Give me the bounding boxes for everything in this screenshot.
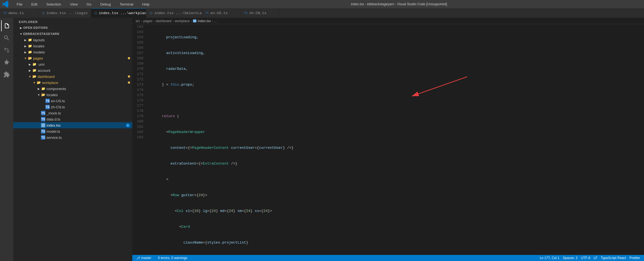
- status-position-label: Ln 177, Col 1: [540, 256, 559, 260]
- sidebar-item-layouts[interactable]: ▶ 📁 layouts: [13, 37, 132, 43]
- sidebar-item-model-ts[interactable]: TS model.ts: [13, 128, 132, 134]
- chevron-down-icon: ▼: [37, 93, 41, 97]
- status-formatter-label: Prettier: [629, 256, 640, 260]
- tab-index-login[interactable]: ⬡ index.tsx ...\login: [39, 8, 91, 18]
- folder-icon: 📁: [28, 50, 32, 54]
- svg-point-1: [7, 51, 9, 52]
- sidebar-section-root[interactable]: ▼ EBBBACKSTAGEYARN: [13, 31, 132, 37]
- folder-icon: 📁: [28, 44, 32, 48]
- tsx-icon: ⬡: [42, 11, 45, 15]
- file-label: _mock.ts: [46, 111, 130, 115]
- sidebar-item-service-ts[interactable]: TS service.ts: [13, 134, 132, 140]
- breadcrumb-dashboard[interactable]: dashboard: [156, 19, 172, 23]
- sidebar-item-locales-inner[interactable]: ▼ 📂 locales: [13, 92, 132, 98]
- status-formatter[interactable]: Prettier: [628, 255, 642, 261]
- breadcrumb-file[interactable]: index.tsx: [198, 19, 211, 23]
- chevron-down-icon: ▼: [28, 74, 32, 79]
- folder-label: workplace: [42, 81, 127, 85]
- menu-debug[interactable]: Debug: [98, 0, 113, 8]
- tab-index-workplace[interactable]: ⬡ index.tsx ...\workplace ×: [91, 8, 146, 18]
- status-branch[interactable]: ⎇ master: [135, 255, 153, 261]
- tab-label: index.tsx ...\login: [46, 11, 87, 15]
- breadcrumb-workplace[interactable]: workplace: [175, 19, 190, 23]
- tab-en-us[interactable]: TS en-US.ts: [202, 8, 240, 18]
- code-line-166: [149, 98, 644, 103]
- menu-terminal[interactable]: Terminal: [117, 0, 135, 8]
- sidebar-item-data-d-ts[interactable]: TS data.d.ts: [13, 116, 132, 122]
- folder-label: models: [33, 50, 130, 54]
- tab-index-selectlang[interactable]: ⬡ index.tsx ...\SelectLang: [146, 8, 202, 18]
- folder-icon: 📁: [28, 38, 32, 42]
- menu-go[interactable]: Go: [84, 0, 94, 8]
- activity-extensions[interactable]: [1, 69, 12, 80]
- code-line-170: extraContent={<ExtraContent />}: [149, 161, 644, 166]
- debug-icon: [3, 59, 10, 66]
- status-errors[interactable]: 0 errors, 0 warnings: [156, 255, 189, 261]
- status-branch-label: master: [141, 256, 151, 260]
- activity-explorer[interactable]: [1, 20, 12, 31]
- code-line-174: <Card: [149, 224, 644, 229]
- modified-indicator: [128, 57, 130, 59]
- vscode-layout: TS menu.ts ⬡ index.tsx ...\login ⬡ index…: [0, 8, 644, 261]
- no-chevron: [37, 129, 41, 134]
- breadcrumb-sep: ›: [141, 19, 142, 23]
- folder-label: locales: [46, 93, 130, 97]
- sidebar-item-mock[interactable]: TS _mock.ts: [13, 110, 132, 116]
- tab-menu-ts[interactable]: TS menu.ts: [0, 8, 39, 18]
- menu-selection[interactable]: Selection: [44, 0, 63, 8]
- sidebar-item-components[interactable]: ▶ 📁 components: [13, 86, 132, 92]
- sidebar-section-open-editors[interactable]: ▶ OPEN EDITORS: [13, 25, 132, 31]
- file-label: index.tsx: [46, 123, 126, 127]
- breadcrumb-src[interactable]: src: [136, 19, 140, 23]
- files-icon: [4, 22, 10, 29]
- menu-file[interactable]: File: [14, 0, 25, 8]
- sidebar-item-account[interactable]: ▶ 📁 account: [13, 67, 132, 73]
- sidebar-item-en-us[interactable]: TS en-US.ts: [13, 98, 132, 104]
- editor-wrapper: 162 163 164 165 166 167 168 169 170 171 …: [132, 24, 644, 255]
- sidebar-item-dashboard[interactable]: ▼ 📂 dashboard: [13, 73, 132, 80]
- folder-label: layouts: [33, 38, 130, 42]
- sidebar-item-locales[interactable]: ▶ 📁 locales: [13, 43, 132, 49]
- file-label: zh-CN.ts: [51, 105, 130, 109]
- activity-scm[interactable]: [1, 45, 12, 56]
- folder-open-icon: 📂: [32, 74, 37, 79]
- tab-bar: TS menu.ts ⬡ index.tsx ...\login ⬡ index…: [0, 8, 644, 18]
- tab-label: zh-CN.ts: [249, 11, 266, 15]
- breadcrumb-pages[interactable]: pages: [143, 19, 152, 23]
- search-icon: [3, 35, 10, 41]
- breadcrumb-ellipsis[interactable]: ...: [214, 19, 217, 23]
- activity-search[interactable]: [1, 32, 12, 44]
- tab-zh-cn[interactable]: TS zh-CN.ts: [240, 8, 279, 18]
- tab-label: index.tsx ...\SelectLang: [154, 11, 206, 15]
- activity-debug[interactable]: [1, 57, 12, 68]
- file-label: en-US.ts: [51, 99, 130, 103]
- sidebar-item-pages[interactable]: ▼ 📂 pages: [13, 55, 132, 61]
- status-spaces[interactable]: Spaces: 2: [561, 255, 579, 261]
- code-line-175: className={styles.projectList}: [149, 240, 644, 245]
- status-eol[interactable]: LF: [592, 255, 599, 261]
- sidebar-item-models[interactable]: ▶ 📁 models: [13, 49, 132, 55]
- sidebar-item-umi[interactable]: ▶ 📁 .umi: [13, 61, 132, 67]
- chevron-right-icon: ▶: [37, 86, 41, 91]
- status-position[interactable]: Ln 177, Col 1: [538, 255, 561, 261]
- sidebar-item-zh-cn[interactable]: TS zh-CN.ts: [13, 104, 132, 110]
- code-line-172: <Row gutter={24}>: [149, 193, 644, 198]
- status-encoding[interactable]: UTF-8: [579, 255, 592, 261]
- sidebar-item-index-tsx[interactable]: ⬡ index.tsx 1: [13, 122, 132, 128]
- folder-label: dashboard: [38, 75, 127, 79]
- sidebar-item-workplace[interactable]: ▼ 📂 workplace: [13, 80, 132, 86]
- ts-icon: TS: [205, 11, 209, 15]
- menu-help[interactable]: Help: [140, 0, 152, 8]
- content-area: EXPLORER ▶ OPEN EDITORS ▼ EBBBACKSTAGEYA…: [0, 18, 644, 261]
- code-content[interactable]: projectLoading, activitiesLoading, radar…: [148, 24, 644, 255]
- code-scroll-area[interactable]: 162 163 164 165 166 167 168 169 170 171 …: [132, 24, 644, 255]
- menu-edit[interactable]: Edit: [29, 0, 40, 8]
- status-encoding-label: UTF-8: [581, 256, 590, 260]
- code-line-168: <PageHeaderWrapper: [149, 129, 644, 135]
- tsx-icon: ⬡: [150, 11, 152, 15]
- extensions-icon: [3, 71, 10, 78]
- menu-view[interactable]: View: [68, 0, 80, 8]
- status-language[interactable]: TypeScript React: [599, 255, 628, 261]
- status-right: Ln 177, Col 1 Spaces: 2 UTF-8 LF TypeScr…: [538, 255, 642, 261]
- folder-icon: 📁: [41, 86, 45, 91]
